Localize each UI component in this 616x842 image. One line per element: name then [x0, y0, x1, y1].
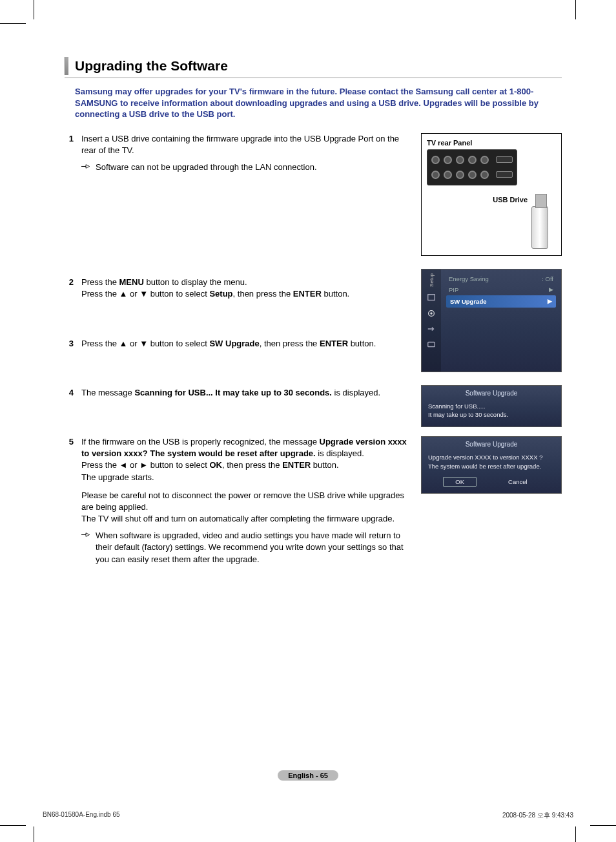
cancel-button[interactable]: Cancel	[496, 477, 540, 487]
chevron-right-icon: ▶	[548, 298, 552, 305]
ok-button[interactable]: OK	[443, 477, 477, 487]
doc-timestamp: 2008-05-28 오후 9:43:43	[502, 811, 573, 820]
step-1: 1 Insert a USB drive containing the firm…	[65, 133, 409, 174]
svg-point-2	[430, 312, 433, 315]
figure-label-rear: TV rear Panel	[427, 139, 472, 147]
note-text: Software can not be upgraded through the…	[96, 162, 317, 173]
step-3: 3 Press the ▲ or ▼ button to select SW U…	[65, 338, 409, 350]
input-icon	[427, 324, 436, 333]
page-number-footer: English - 65	[0, 770, 616, 781]
step-number: 1	[65, 133, 74, 174]
page-badge: English - 65	[278, 770, 338, 781]
svg-rect-0	[428, 294, 435, 300]
step-number: 5	[65, 436, 74, 565]
step-4: 4 The message Scanning for USB... It may…	[65, 387, 409, 399]
document-footer: BN68-01580A-Eng.indb 65 2008-05-28 오후 9:…	[43, 811, 573, 820]
page-content: Upgrading the Software Samsung may offer…	[65, 57, 562, 572]
dialog-scanning: Software Upgrade Scanning for USB..... I…	[421, 385, 562, 428]
figure-label-usb: USB Drive	[493, 196, 528, 204]
step-5: 5 If the firmware on the USB is properly…	[65, 436, 409, 565]
intro-paragraph: Samsung may offer upgrades for your TV's…	[75, 86, 562, 120]
title-accent	[65, 57, 68, 75]
dialog-confirm-upgrade: Software Upgrade Upgrade version XXXX to…	[421, 436, 562, 494]
gear-icon	[427, 309, 436, 318]
section-title-bar: Upgrading the Software	[65, 57, 562, 78]
dialog-title: Software Upgrade	[422, 439, 561, 452]
note-arrow-icon	[81, 162, 90, 173]
rear-panel-graphic	[427, 149, 517, 185]
osd-tab-label: Setup	[429, 273, 435, 287]
step-number: 3	[65, 338, 74, 350]
steps-column: 1 Insert a USB drive containing the firm…	[65, 133, 409, 572]
note-text: When software is upgraded, video and aud…	[96, 530, 409, 565]
note-arrow-icon	[81, 530, 90, 565]
osd-menu-figure: Setup Energy Saving: Off PIP▶ SW Upgrade…	[421, 269, 562, 372]
dialog-title: Software Upgrade	[422, 388, 561, 401]
figures-column: TV rear Panel USB Drive Setup Energy	[421, 133, 562, 572]
step-2: 2 Press the MENU button to display the m…	[65, 277, 409, 300]
picture-icon	[427, 293, 436, 302]
step-number: 4	[65, 387, 74, 399]
doc-id: BN68-01580A-Eng.indb 65	[43, 811, 120, 820]
section-title: Upgrading the Software	[75, 58, 228, 74]
osd-selected-row: SW Upgrade▶	[446, 295, 556, 308]
svg-rect-3	[428, 342, 435, 346]
application-icon	[427, 340, 436, 349]
step-number: 2	[65, 277, 74, 300]
step-text: Insert a USB drive containing the firmwa…	[81, 134, 399, 155]
chevron-right-icon: ▶	[549, 286, 553, 293]
usb-drive-graphic	[531, 206, 548, 249]
tv-rear-panel-figure: TV rear Panel USB Drive	[421, 133, 562, 256]
